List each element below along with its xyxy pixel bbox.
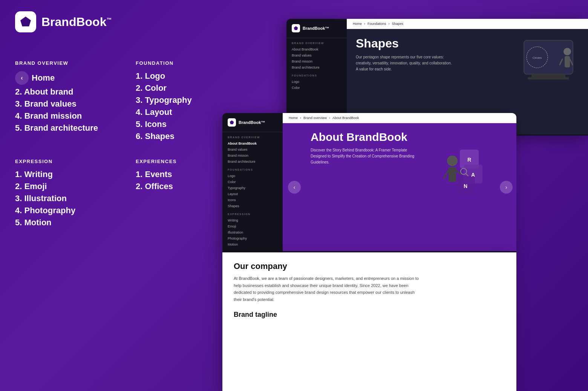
about-illustration: R A N — [422, 127, 498, 232]
about-sidebar-expression-label: EXPRESSION — [222, 209, 283, 217]
nav-item-photography[interactable]: 4. Photography — [15, 206, 113, 215]
nav-item-label: 1. Events — [136, 170, 172, 179]
breadcrumb-shapes: Shapes — [392, 22, 404, 26]
about-sidebar-item-motion[interactable]: Motion — [222, 241, 283, 247]
about-breadcrumb-about: About BrandBook — [332, 116, 359, 120]
logo-trademark: ™ — [106, 17, 112, 23]
foundation-title: FOUNDATION — [136, 60, 226, 66]
svg-text:N: N — [464, 183, 467, 189]
nav-item-writing[interactable]: 1. Writing — [15, 170, 113, 179]
svg-text:Circles: Circles — [533, 56, 542, 60]
nav-item-label: 3. Illustration — [15, 194, 67, 203]
screenshot-about-wrapper: BrandBook™ BRAND OVERVIEW About BrandBoo… — [222, 113, 516, 252]
experiences-title: EXPERIENCES — [136, 159, 226, 164]
about-sidebar-item-writing[interactable]: Writing — [222, 217, 283, 223]
company-description: At BrandBook, we are a team of passionat… — [234, 275, 422, 303]
screenshot-company-wrapper: Our company At BrandBook, we are a team … — [222, 252, 516, 391]
experiences-section: EXPERIENCES 1. Events 2. Offices — [136, 159, 226, 230]
brand-overview-section: BRAND OVERVIEW ‹ Home 2. About brand 3. … — [15, 60, 113, 144]
about-breadcrumb-home[interactable]: Home — [289, 116, 298, 120]
nav-item-color[interactable]: 2. Color — [136, 83, 226, 93]
about-sidebar-logo-icon — [228, 118, 236, 127]
about-content: ‹ About BrandBook Discover the Story Beh… — [283, 123, 516, 251]
sidebar-item-mission[interactable]: Brand misson — [286, 58, 347, 64]
about-prev-arrow[interactable]: ‹ — [288, 181, 301, 194]
nav-item-illustration[interactable]: 3. Illustration — [15, 194, 113, 203]
about-sidebar-item-logo[interactable]: Logo — [222, 173, 283, 179]
about-sidebar: BrandBook™ BRAND OVERVIEW About BrandBoo… — [222, 113, 283, 252]
logo-brand: BrandBook — [41, 15, 106, 29]
shapes-description: Our pentagon shape represents our five c… — [356, 54, 454, 72]
nav-item-label: 4. Layout — [136, 107, 172, 117]
about-sidebar-foundations-label: FOUNDATIONS — [222, 165, 283, 173]
about-sidebar-item-typography[interactable]: Typography — [222, 185, 283, 191]
about-sidebar-brand-label: BRAND OVERVIEW — [222, 132, 283, 141]
back-arrow-icon[interactable]: ‹ — [15, 71, 29, 85]
pentagon-icon — [19, 15, 32, 28]
svg-rect-6 — [565, 56, 570, 67]
shapes-illustration: Circles — [501, 33, 584, 119]
about-sidebar-item-values[interactable]: Brand values — [222, 147, 283, 153]
about-sidebar-item-architecture[interactable]: Brand architecture — [222, 159, 283, 165]
nav-item-logo[interactable]: 1. Logo — [136, 71, 226, 81]
nav-item-home[interactable]: ‹ Home — [15, 71, 113, 85]
nav-item-about-brand[interactable]: 2. About brand — [15, 87, 113, 97]
svg-line-18 — [456, 170, 461, 174]
about-sidebar-logo-text: BrandBook™ — [239, 120, 265, 125]
about-sidebar-item-illustration[interactable]: Illustration — [222, 229, 283, 235]
nav-item-label: 1. Writing — [15, 170, 53, 179]
nav-item-layout[interactable]: 4. Layout — [136, 107, 226, 117]
svg-rect-1 — [531, 74, 565, 77]
about-sidebar-item-color[interactable]: Color — [222, 179, 283, 185]
nav-item-icons[interactable]: 5. Icons — [136, 119, 226, 129]
about-sidebar-item-icons[interactable]: Icons — [222, 197, 283, 203]
about-breadcrumb-brand-overview[interactable]: Brand overview — [303, 116, 327, 120]
shapes-breadcrumb: Home › Foundations › Shapes — [347, 19, 588, 29]
nav-item-brand-architecture[interactable]: 5. Brand architecture — [15, 123, 113, 133]
sidebar-section-foundations: FOUNDATIONS — [286, 70, 347, 79]
svg-rect-16 — [449, 167, 456, 182]
svg-text:R: R — [467, 157, 471, 163]
sidebar-item-logo[interactable]: Logo — [286, 79, 347, 85]
left-panel: BRAND OVERVIEW ‹ Home 2. About brand 3. … — [15, 60, 226, 230]
about-sidebar-header: BrandBook™ — [222, 118, 283, 132]
sidebar-item-values[interactable]: Brand values — [286, 52, 347, 58]
about-next-arrow[interactable]: › — [500, 181, 513, 194]
nav-item-label: 2. About brand — [15, 87, 73, 97]
about-sidebar-item-emoji[interactable]: Emoji — [222, 223, 283, 229]
about-pentagon-icon — [230, 120, 234, 125]
expression-title: EXPRESSION — [15, 159, 113, 164]
sidebar-item-color[interactable]: Color — [286, 85, 347, 91]
breadcrumb-home[interactable]: Home — [353, 22, 362, 26]
nav-item-motion[interactable]: 5. Motion — [15, 218, 113, 228]
sidebar-logo-text: BrandBook™ — [303, 26, 329, 31]
header: BrandBook™ — [15, 11, 112, 32]
svg-point-5 — [564, 48, 571, 55]
foundation-list: 1. Logo 2. Color 3. Typography 4. Layout… — [136, 71, 226, 141]
nav-item-typography[interactable]: 3. Typography — [136, 95, 226, 105]
about-description: Discover the Story Behind Brandbook: A F… — [311, 147, 416, 165]
brand-overview-list: ‹ Home 2. About brand 3. Brand values 4.… — [15, 71, 113, 133]
about-sidebar-item-layout[interactable]: Layout — [222, 191, 283, 197]
company-title: Our company — [234, 261, 505, 271]
nav-item-offices[interactable]: 2. Offices — [136, 182, 226, 191]
sidebar-item-architecture[interactable]: Brand architecture — [286, 64, 347, 70]
nav-item-emoji[interactable]: 2. Emoji — [15, 182, 113, 191]
about-title: About BrandBook — [311, 131, 416, 144]
nav-item-label: 3. Brand values — [15, 99, 77, 109]
about-sidebar-item-about[interactable]: About BrandBook — [222, 141, 283, 147]
sidebar-pentagon-icon — [294, 26, 298, 31]
nav-item-events[interactable]: 1. Events — [136, 170, 226, 179]
nav-item-label: 5. Motion — [15, 218, 52, 228]
about-sidebar-item-photography[interactable]: Photography — [222, 235, 283, 241]
expression-section: EXPRESSION 1. Writing 2. Emoji 3. Illust… — [15, 159, 113, 230]
nav-item-brand-values[interactable]: 3. Brand values — [15, 99, 113, 109]
about-sidebar-item-shapes[interactable]: Shapes — [222, 203, 283, 209]
sidebar-item-about[interactable]: About BrandBook — [286, 46, 347, 52]
nav-item-shapes[interactable]: 6. Shapes — [136, 131, 226, 141]
about-sidebar-item-mission[interactable]: Brand misson — [222, 153, 283, 159]
breadcrumb-foundations[interactable]: Foundations — [368, 22, 386, 26]
nav-item-brand-mission[interactable]: 4. Brand mission — [15, 111, 113, 121]
logo-icon — [15, 11, 36, 32]
nav-item-label: 2. Offices — [136, 182, 173, 191]
